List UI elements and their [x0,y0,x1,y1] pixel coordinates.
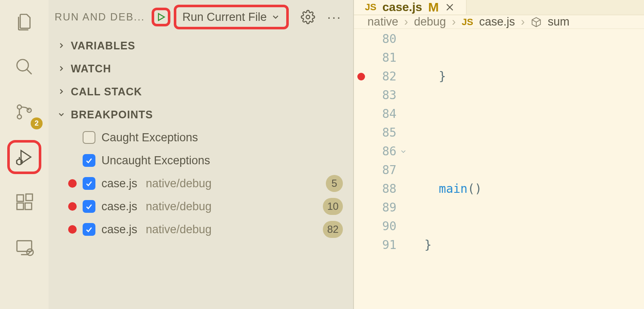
activity-bar: 2 [0,0,49,309]
debug-config-label: Run Current File [182,11,267,24]
breakpoint-filename: case.js [101,177,137,190]
breakpoint-filename: case.js [101,223,137,236]
section-callstack[interactable]: CALL STACK [49,80,353,103]
chevron-down-icon [271,12,280,22]
chevron-right-icon: › [404,15,408,29]
uncaught-exceptions-row[interactable]: Uncaught Exceptions [49,149,353,172]
close-icon[interactable] [445,2,455,12]
svg-line-1 [27,69,32,74]
breakpoint-checkbox[interactable] [83,223,95,236]
code-editor[interactable]: 808182838485868788899091 } main() } // 示… [354,29,644,309]
symbol-icon [531,17,542,28]
search-icon[interactable] [9,52,39,82]
editor-tabs: JS case.js M [354,0,644,15]
chevron-right-icon: › [521,15,525,29]
breadcrumbs[interactable]: native › debug › JS case.js › sum [354,15,644,29]
crumb-symbol[interactable]: sum [548,15,569,29]
start-debug-button[interactable] [152,8,170,26]
crumb-file[interactable]: case.js [479,15,515,29]
uncaught-exceptions-checkbox[interactable] [83,154,95,167]
run-debug-icon[interactable] [9,142,39,172]
scm-badge: 2 [31,117,43,129]
section-variables-label: VARIABLES [71,40,135,52]
tab-case-js[interactable]: JS case.js M [354,0,467,14]
fold-gutter[interactable] [397,29,410,309]
breakpoint-row[interactable]: case.js native/debug 5 [49,172,353,195]
breakpoint-gutter[interactable] [354,29,368,309]
chevron-right-icon: › [452,15,456,29]
breakpoint-path: native/debug [146,177,212,190]
svg-point-2 [17,105,22,109]
crumb-native[interactable]: native [368,15,398,29]
section-breakpoints-label: BREAKPOINTS [71,109,153,121]
breakpoint-line-badge: 82 [323,221,343,238]
tab-modified-indicator: M [428,0,439,14]
svg-line-9 [22,160,23,161]
svg-line-8 [16,160,17,161]
breakpoint-line-badge: 10 [323,198,343,215]
breakpoint-row[interactable]: case.js native/debug 10 [49,195,353,218]
section-variables[interactable]: VARIABLES [49,34,353,57]
breakpoint-dot-icon [68,202,77,211]
svg-line-11 [22,163,23,164]
section-watch[interactable]: WATCH [49,57,353,80]
remote-icon[interactable] [9,232,39,262]
svg-point-0 [17,60,29,71]
caught-exceptions-label: Caught Exceptions [101,131,198,144]
breakpoint-checkbox[interactable] [83,200,95,213]
source-control-icon[interactable]: 2 [9,97,39,127]
extensions-icon[interactable] [9,187,39,217]
caught-exceptions-row[interactable]: Caught Exceptions [49,126,353,149]
crumb-debug[interactable]: debug [414,15,446,29]
svg-line-19 [28,250,32,255]
svg-rect-13 [17,203,23,209]
caught-exceptions-checkbox[interactable] [83,131,95,144]
breakpoint-path: native/debug [146,223,212,236]
svg-rect-14 [25,203,32,209]
gear-icon[interactable] [301,10,315,24]
uncaught-exceptions-label: Uncaught Exceptions [101,154,210,167]
js-file-icon: JS [365,2,377,13]
breakpoint-checkbox[interactable] [83,177,95,190]
breakpoint-dot-icon [68,225,77,234]
svg-rect-15 [26,194,32,200]
code-content[interactable]: } main() } // 示例八：如何快速发现有问题的代码 { const o… [410,29,644,309]
svg-marker-20 [158,14,164,20]
section-callstack-label: CALL STACK [71,86,142,98]
breakpoint-line-badge: 5 [326,175,343,192]
tab-filename: case.js [382,0,422,14]
js-file-icon: JS [462,17,473,28]
svg-rect-12 [17,195,23,201]
svg-point-21 [306,15,310,19]
editor-area: JS case.js M native › debug › JS case.js… [354,0,644,309]
breakpoints-list: Caught Exceptions Uncaught Exceptions ca… [49,126,353,241]
sidebar-header: RUN AND DEB... Run Current File ··· [49,0,353,34]
section-breakpoints[interactable]: BREAKPOINTS [49,103,353,126]
line-numbers: 808182838485868788899091 [368,29,397,309]
svg-point-3 [17,115,22,119]
sidebar-title: RUN AND DEB... [55,11,145,23]
breakpoint-path: native/debug [146,200,212,213]
breakpoint-dot-icon[interactable] [357,73,365,80]
run-debug-sidebar: RUN AND DEB... Run Current File ··· VARI… [49,0,354,309]
explorer-icon[interactable] [9,7,39,37]
breakpoint-dot-icon [68,179,77,188]
breakpoint-row[interactable]: case.js native/debug 82 [49,218,353,241]
debug-config-dropdown[interactable]: Run Current File [174,5,289,29]
more-actions-button[interactable]: ··· [327,10,342,24]
svg-line-10 [16,163,17,164]
section-watch-label: WATCH [71,63,111,75]
svg-rect-16 [17,241,32,252]
breakpoint-filename: case.js [101,200,137,213]
